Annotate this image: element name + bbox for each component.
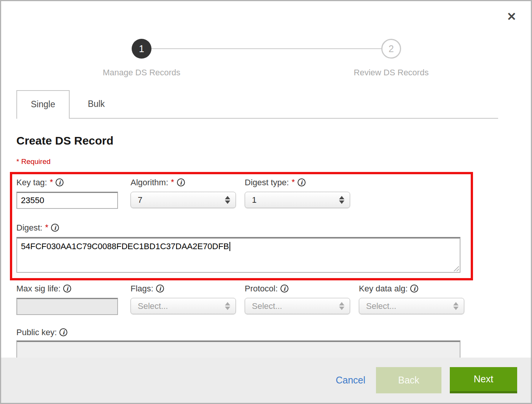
- key-data-alg-select-value: Select...: [366, 301, 453, 311]
- info-icon[interactable]: i: [59, 328, 67, 336]
- max-sig-life-label: Max sig life: i: [16, 283, 122, 294]
- cancel-button[interactable]: Cancel: [336, 375, 365, 386]
- info-icon[interactable]: i: [410, 285, 418, 293]
- text-cursor: [229, 242, 230, 251]
- spinner-arrows-icon: [339, 302, 344, 310]
- spinner-arrows-icon: [225, 196, 230, 204]
- digest-type-label-text: Digest type:: [245, 178, 289, 188]
- resize-handle-icon[interactable]: [452, 265, 459, 271]
- info-icon[interactable]: i: [177, 178, 185, 186]
- protocol-label-text: Protocol:: [245, 284, 278, 294]
- public-key-label-text: Public key:: [16, 328, 57, 337]
- close-icon[interactable]: ✕: [507, 11, 516, 22]
- next-button[interactable]: Next: [450, 367, 517, 393]
- protocol-field-group: Protocol: i Select...: [245, 283, 350, 315]
- dialog-body: 1 2 Manage DS Records Review DS Records …: [1, 1, 531, 358]
- spinner-arrows-icon: [225, 302, 230, 310]
- step-2-label: Review DS Records: [354, 68, 429, 78]
- algorithm-select[interactable]: 7: [131, 192, 236, 208]
- algorithm-field-group: Algorithm: * i 7: [131, 177, 236, 209]
- key-tag-input[interactable]: [16, 192, 118, 209]
- flags-label: Flags: i: [131, 283, 236, 294]
- form-content: Create DS Record * Required Key tag: * i…: [1, 134, 531, 358]
- wizard-stepper: 1 2 Manage DS Records Review DS Records: [1, 39, 531, 78]
- key-tag-label-text: Key tag:: [16, 178, 47, 188]
- flags-select-value: Select...: [138, 301, 225, 311]
- key-data-alg-label: Key data alg: i: [359, 283, 464, 294]
- stepper-connector-line: [151, 48, 381, 49]
- dialog-footer: Cancel Back Next: [1, 358, 531, 403]
- flags-field-group: Flags: i Select...: [131, 283, 236, 315]
- algorithm-label: Algorithm: * i: [131, 177, 236, 188]
- back-button[interactable]: Back: [376, 367, 441, 393]
- digest-type-select[interactable]: 1: [245, 192, 350, 208]
- info-icon[interactable]: i: [63, 285, 71, 293]
- tab-single[interactable]: Single: [16, 90, 70, 118]
- flags-select[interactable]: Select...: [131, 298, 236, 314]
- tab-bar: Single Bulk: [16, 90, 498, 119]
- required-note: * Required: [16, 157, 516, 166]
- tab-bulk[interactable]: Bulk: [70, 90, 123, 118]
- info-icon[interactable]: i: [56, 178, 64, 186]
- protocol-label: Protocol: i: [245, 283, 350, 294]
- required-asterisk: *: [45, 223, 48, 232]
- info-icon[interactable]: i: [156, 285, 164, 293]
- public-key-label: Public key: i: [16, 327, 516, 337]
- create-ds-record-dialog: ✕ 1 2 Manage DS Records Review DS Record…: [0, 0, 532, 404]
- info-icon[interactable]: i: [51, 224, 59, 232]
- required-asterisk: *: [171, 177, 174, 187]
- max-sig-life-input[interactable]: [16, 298, 118, 315]
- step-1-label: Manage DS Records: [103, 68, 180, 78]
- digest-type-field-group: Digest type: * i 1: [245, 177, 350, 209]
- digest-value: 54FCF030AA1C79C0088FDEC1BD1C37DAA2E70DFB: [21, 242, 229, 251]
- algorithm-label-text: Algorithm:: [131, 178, 168, 188]
- required-asterisk: *: [291, 177, 295, 187]
- protocol-select[interactable]: Select...: [245, 298, 350, 314]
- max-sig-life-label-text: Max sig life:: [16, 284, 61, 294]
- form-row-3: Max sig life: i Flags: i Select...: [16, 283, 516, 315]
- digest-type-label: Digest type: * i: [245, 177, 350, 188]
- key-tag-field-group: Key tag: * i: [16, 177, 122, 209]
- info-icon[interactable]: i: [298, 178, 306, 186]
- digest-type-select-value: 1: [252, 195, 339, 205]
- key-data-alg-field-group: Key data alg: i Select...: [359, 283, 464, 315]
- required-asterisk: *: [50, 177, 53, 187]
- digest-label-text: Digest:: [16, 223, 42, 233]
- digest-field-group: Digest: * i 54FCF030AA1C79C0088FDEC1BD1C…: [16, 223, 516, 273]
- public-key-textarea[interactable]: [16, 340, 460, 358]
- max-sig-life-field-group: Max sig life: i: [16, 283, 122, 315]
- step-2-circle: 2: [381, 39, 401, 59]
- digest-label: Digest: * i: [16, 223, 516, 233]
- public-key-field-group: Public key: i: [16, 327, 516, 358]
- step-1-circle: 1: [132, 39, 151, 59]
- page-title: Create DS Record: [16, 134, 516, 148]
- protocol-select-value: Select...: [252, 301, 339, 311]
- key-tag-label: Key tag: * i: [16, 177, 122, 188]
- spinner-arrows-icon: [453, 302, 459, 310]
- algorithm-select-value: 7: [138, 195, 225, 205]
- form-row-1: Key tag: * i Algorithm: * i 7: [16, 177, 516, 209]
- spinner-arrows-icon: [339, 196, 344, 204]
- digest-textarea[interactable]: 54FCF030AA1C79C0088FDEC1BD1C37DAA2E70DFB: [16, 237, 460, 273]
- key-data-alg-label-text: Key data alg:: [359, 284, 408, 294]
- key-data-alg-select[interactable]: Select...: [359, 298, 464, 314]
- info-icon[interactable]: i: [280, 285, 288, 293]
- flags-label-text: Flags:: [131, 284, 153, 294]
